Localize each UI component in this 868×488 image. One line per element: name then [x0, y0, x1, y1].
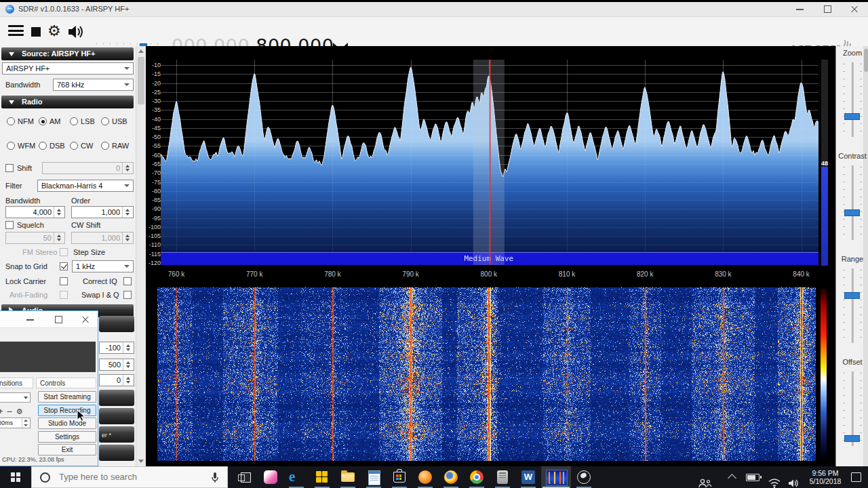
shift-spinner[interactable]: 0 — [42, 162, 134, 174]
radio-icon[interactable] — [39, 142, 47, 150]
menu-icon[interactable] — [8, 25, 24, 37]
tray-overflow-icon[interactable] — [728, 474, 736, 483]
taskbar-app-obs-studio[interactable] — [571, 466, 597, 488]
bandwidth-dropdown[interactable]: 768 kHz — [53, 79, 134, 91]
clock[interactable]: 9:56 PM 5/10/2018 — [804, 469, 846, 485]
order-spinner[interactable]: 1,000 — [71, 206, 134, 218]
gear-icon[interactable]: ⚙ — [47, 21, 61, 41]
slider-offset[interactable] — [843, 371, 862, 446]
collapsed-panel-bar[interactable] — [99, 316, 134, 332]
radio-icon[interactable] — [70, 117, 78, 125]
correct-iq-checkbox[interactable] — [123, 277, 132, 285]
collapsed-panel-bar[interactable] — [99, 390, 134, 406]
volume-tray-icon[interactable] — [788, 472, 800, 488]
slider-track[interactable] — [852, 268, 854, 343]
slider-handle[interactable] — [844, 435, 860, 442]
obs-title-bar[interactable] — [0, 311, 98, 328]
radio-icon[interactable] — [70, 142, 78, 150]
speaker-icon[interactable] — [68, 24, 85, 39]
step-size-dropdown[interactable]: 1 kHz — [72, 260, 134, 272]
shift-checkbox[interactable] — [5, 164, 14, 172]
obs-button-studio-mode[interactable]: Studio Mode — [38, 418, 96, 429]
taskbar-app-firefox[interactable] — [438, 466, 464, 488]
search-box[interactable] — [31, 466, 228, 488]
fft-spinner-1[interactable]: -100 — [99, 342, 134, 354]
obs-button-stop-recording[interactable]: Stop Recording — [38, 405, 96, 416]
radio-icon[interactable] — [101, 142, 109, 150]
obs-transition-toolbar[interactable]: +–⚙ — [0, 406, 27, 416]
radio-icon[interactable] — [7, 142, 15, 150]
obs-button-exit[interactable]: Exit — [38, 444, 96, 455]
waterfall-canvas[interactable] — [157, 287, 816, 461]
collapsed-panel-bar[interactable] — [99, 408, 134, 424]
slider-contrast[interactable] — [843, 165, 862, 240]
swap-iq-checkbox[interactable] — [123, 291, 132, 299]
obs-button-start-streaming[interactable]: Start Streaming — [38, 391, 96, 403]
taskbar-app-sdrsharp[interactable] — [541, 466, 571, 488]
slider-range[interactable] — [843, 268, 862, 343]
taskbar-app-app-yellow[interactable] — [309, 466, 335, 488]
slider-handle[interactable] — [844, 113, 860, 120]
obs-maximize-button[interactable] — [47, 311, 70, 327]
slider-handle[interactable] — [844, 292, 860, 299]
battery-icon[interactable] — [746, 474, 760, 481]
source-section-header[interactable]: Source: AIRSPY HF+ — [1, 47, 134, 60]
spectrum-canvas[interactable] — [161, 60, 818, 266]
slider-track[interactable] — [852, 62, 854, 137]
start-button[interactable] — [0, 466, 31, 488]
taskbar-app-task-view[interactable] — [232, 466, 258, 488]
obs-window[interactable]: nsitions Controls +–⚙ 00ms Start Streami… — [0, 310, 98, 466]
device-dropdown[interactable]: AIRSPY HF+ — [2, 62, 134, 75]
file-explorer-icon — [341, 472, 355, 482]
cw-shift-spinner[interactable]: 1,000 — [71, 232, 134, 244]
restore-button[interactable] — [814, 2, 841, 16]
pink-app-icon — [264, 470, 277, 484]
snap-to-grid-checkbox[interactable] — [60, 262, 68, 270]
wifi-icon[interactable] — [768, 472, 781, 488]
anti-fading-checkbox[interactable] — [60, 291, 68, 299]
fft-spinner-2[interactable]: 500 — [99, 359, 134, 371]
fft-spinner-3[interactable]: 0 — [99, 374, 134, 386]
panel-scrollbar[interactable] — [136, 46, 146, 466]
scrollbar-thumb[interactable] — [138, 57, 144, 104]
fm-stereo-checkbox[interactable] — [60, 248, 68, 256]
taskbar-app-app-orange[interactable] — [412, 466, 438, 488]
taskbar-app-recorder[interactable] — [490, 466, 515, 488]
taskbar-app-word[interactable]: W — [515, 466, 541, 488]
db-tick: -85 — [144, 197, 161, 203]
microphone-icon[interactable] — [211, 472, 219, 484]
slider-track[interactable] — [852, 165, 854, 240]
squelch-checkbox[interactable] — [5, 221, 14, 229]
radio-icon[interactable] — [39, 117, 47, 125]
radio-icon[interactable] — [7, 117, 15, 125]
filter-dropdown[interactable]: Blackman-Harris 4 — [37, 180, 134, 192]
minimize-button[interactable] — [787, 2, 814, 16]
stop-icon[interactable] — [31, 27, 41, 37]
slider-zoom[interactable] — [843, 62, 862, 137]
lock-carrier-checkbox[interactable] — [60, 277, 68, 285]
obs-button-settings[interactable]: Settings — [38, 431, 96, 443]
squelch-spinner[interactable]: 50 — [5, 232, 65, 244]
scroll-down-icon[interactable] — [138, 460, 144, 463]
filter-bandwidth-spinner[interactable]: 4,000 — [5, 206, 65, 218]
obs-transition-dropdown[interactable] — [0, 392, 31, 403]
search-input[interactable] — [58, 471, 203, 483]
taskbar-app-app-pink[interactable] — [258, 466, 283, 488]
radio-icon[interactable] — [101, 117, 109, 125]
collapsed-panel-bar[interactable] — [99, 445, 134, 461]
radio-section-header[interactable]: Radio — [1, 96, 134, 108]
people-icon[interactable] — [698, 472, 712, 488]
slider-handle[interactable] — [844, 209, 860, 216]
taskbar-app-notepad[interactable] — [361, 466, 387, 488]
collapsed-panel-bar[interactable]: er * — [99, 426, 134, 443]
taskbar-app-edge[interactable]: e — [283, 466, 309, 488]
taskbar-app-store[interactable] — [387, 466, 412, 488]
action-center-icon[interactable] — [851, 472, 861, 482]
obs-close-button[interactable] — [74, 311, 97, 327]
obs-duration-spinner[interactable]: 00ms — [0, 418, 31, 428]
close-button[interactable] — [841, 2, 868, 16]
taskbar-app-chrome[interactable] — [464, 466, 490, 488]
scroll-up-icon[interactable] — [138, 49, 144, 53]
taskbar-app-file-explorer[interactable] — [335, 466, 361, 488]
obs-minimize-button[interactable] — [19, 311, 42, 327]
